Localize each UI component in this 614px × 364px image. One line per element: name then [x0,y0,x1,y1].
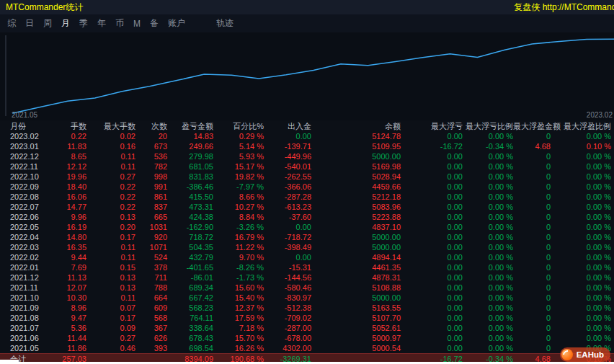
table-row[interactable]: 2022.0316.350.111071504.3511.22 %-398.49… [0,242,614,252]
table-cell: 5107.70 [311,313,401,323]
tab-account[interactable]: 账户 [168,17,185,30]
table-row[interactable]: 2021.089.470.17568764.1117.59 %-709.0251… [0,313,614,323]
tab-day[interactable]: 日 [25,17,34,30]
table-cell: 15.60 % [213,283,264,293]
table-row[interactable]: 2022.0714.770.22837473.3110.27 %-613.235… [0,202,614,212]
table-cell: 0.00 % [463,283,513,293]
table-row[interactable]: 2022.0516.190.201031-162.90-3.26 %0.0048… [0,222,614,232]
table-cell: 0.00 [401,161,463,172]
table-cell: 681.05 [167,161,213,172]
table-cell: 4459.66 [311,182,401,192]
table-cell: 473.31 [167,202,213,212]
table-cell: 367 [135,323,167,333]
table-cell: 15.40 % [213,293,264,303]
table-cell: 0 [513,212,551,222]
table-row[interactable]: 2022.0918.400.22991-386.46-7.97 %-366.06… [0,182,614,192]
table-cell: 0.07 [86,303,135,313]
table-cell: 1031 [135,222,167,232]
table-row[interactable]: 2022.0816.060.22861415.508.66 %-287.2852… [0,192,614,202]
table-cell: -1.73 % [213,272,264,283]
table-cell: 0.09 [86,323,135,333]
table-cell: 0.00 % [463,232,513,242]
table-cell: 0.00 % [463,262,513,272]
table-cell: 0 [513,343,551,353]
tab-currency[interactable]: 币 [115,17,124,30]
table-cell: 0.00 [401,192,463,202]
table-cell: 0.00 [401,283,463,293]
table-cell: 0.00 % [551,222,611,232]
table-cell: 2023.02 [0,131,50,141]
table-cell: 0.00 [401,131,463,141]
table-cell: 5083.96 [311,202,401,212]
title-bar: MTCommander统计 复盘侠 http://MTCommander [0,0,614,14]
table-cell: 0.27 [86,172,135,182]
table-row[interactable]: 2023.020.220.022014.830.29 %0.005124.780… [0,131,614,141]
table-cell: 0.00 [401,323,463,333]
table-cell: -830.97 [264,293,311,303]
tab-magic[interactable]: M [133,19,141,29]
table-cell: 1071 [135,242,167,252]
table-cell: 0.11 [86,252,135,262]
table-row[interactable]: 2023.0111.830.16673249.665.14 %-139.7151… [0,141,614,151]
table-row[interactable]: 2021.0511.860.46393698.5416.26 %4302.005… [0,343,614,353]
table-row[interactable]: 2022.017.690.15378-401.65-8.26 %-15.3144… [0,262,614,272]
table-cell: 0.00 [401,262,463,272]
table-cell: 2021.12 [0,272,50,283]
table-cell: 0.17 [86,232,135,242]
table-cell: 0 [513,323,551,333]
table-cell: 0.00 % [551,323,611,333]
table-cell: 0.00 % [463,182,513,192]
table-cell: 0.00 [401,272,463,283]
table-row[interactable]: 2022.1019.960.27998831.8319.82 %-262.555… [0,172,614,182]
table-row[interactable]: 2022.0414.800.17920718.7216.79 %-718.725… [0,232,614,242]
table-cell: 0.17 [86,313,135,323]
tab-trajectory[interactable]: 轨迹 [216,17,233,30]
brand-link[interactable]: 复盘侠 http://MTCommander [514,1,614,14]
table-cell: -540.01 [264,161,311,172]
table-cell: 12.07 [50,283,86,293]
table-cell: 0.13 [86,212,135,222]
table-row[interactable]: 2021.1112.070.13788689.3415.60 %-580.465… [0,283,614,293]
table-cell: 0 [513,303,551,313]
table-cell: 0.27 [86,333,135,343]
table-row[interactable]: 2021.075.360.09367338.647.18 %-287.00505… [0,323,614,333]
table-cell: 0.00 [401,202,463,212]
tab-note[interactable]: 备 [150,17,159,30]
table-cell: 4894.14 [311,252,401,262]
tab-year[interactable]: 年 [97,17,106,30]
table-cell: 831.83 [167,172,213,182]
table-row[interactable]: 2022.029.440.11524432.799.70 %0.004894.1… [0,252,614,262]
eahub-label: EAHub [577,350,604,359]
column-header-6: 出入金 [264,121,311,131]
table-row[interactable]: 2022.069.960.13665424.388.84 %-37.605223… [0,212,614,222]
table-cell: -37.60 [264,212,311,222]
table-cell: 5212.18 [311,192,401,202]
table-cell: 0.00 % [463,313,513,323]
table-row[interactable]: 2021.1010.300.11664667.4215.40 %-830.975… [0,293,614,303]
table-cell: 7.18 % [213,323,264,333]
table-row[interactable]: 2022.1112.120.11782681.0515.17 %-540.015… [0,161,614,172]
table-cell: -139.71 [264,141,311,151]
table-cell: 665 [135,212,167,222]
table-cell: 20 [135,131,167,141]
table-cell: 279.98 [167,151,213,161]
table-cell: 393 [135,343,167,353]
table-row[interactable]: 2021.098.960.07609568.2312.37 %-512.3851… [0,303,614,313]
table-cell: 0.00 [264,252,311,262]
table-cell: 2022.10 [0,172,50,182]
table-row[interactable]: 2021.0611.440.27626678.4315.70 %-678.005… [0,333,614,343]
table-cell: 0.00 % [463,252,513,262]
table-cell: 10.27 % [213,202,264,212]
table-row[interactable]: 2022.128.650.11536279.985.93 %-449.96500… [0,151,614,161]
table-cell: 415.50 [167,192,213,202]
tab-summary[interactable]: 综 [7,17,16,30]
table-cell: -287.28 [264,192,311,202]
tab-quarter[interactable]: 季 [79,17,88,30]
table-cell: 0.00 % [463,303,513,313]
table-cell: 626 [135,333,167,343]
tab-week[interactable]: 周 [43,17,52,30]
tab-month[interactable]: 月 [61,17,70,30]
table-cell: 0.00 [401,242,463,252]
table-cell: 0.00 % [551,262,611,272]
table-row[interactable]: 2021.1211.130.13711-86.01-1.73 %-144.564… [0,272,614,283]
